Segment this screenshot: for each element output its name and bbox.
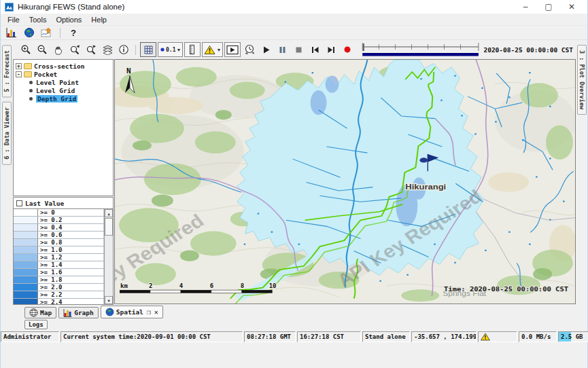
tree-item-cross-section[interactable]: + Cross-section <box>16 62 113 70</box>
map-toolbar: 0.1▼ ▼ <box>12 40 576 59</box>
legend-row[interactable]: >= 0 <box>14 209 104 217</box>
pause-button[interactable] <box>274 43 290 56</box>
tab-forecast[interactable]: 5 : Forecast <box>2 45 12 97</box>
legend-row[interactable]: >= 2.4 <box>14 299 104 304</box>
tab-map[interactable]: Map <box>24 307 56 318</box>
grid-display-button[interactable] <box>140 42 156 57</box>
basemap: Hikurangi Springs Flat API Key Required … <box>115 60 575 303</box>
legend-row[interactable]: >= 2.0 <box>14 284 104 291</box>
legend-row-label: >= 0.4 <box>38 224 104 231</box>
map-display-button[interactable] <box>21 26 37 39</box>
tab-spatial[interactable]: Spatial ❐ ✕ <box>101 306 163 318</box>
toolbar-separator <box>60 28 60 38</box>
menu-bar: File Tools Options Help <box>1 14 587 25</box>
legend-row-label: >= 1.6 <box>38 269 104 276</box>
zoom-in-icon <box>20 44 32 56</box>
play-button[interactable] <box>258 43 274 56</box>
animation-icon <box>226 45 239 55</box>
expander-icon[interactable]: + <box>16 63 22 69</box>
timeseries-dialog-button[interactable] <box>3 26 20 39</box>
menu-tools[interactable]: Tools <box>24 15 52 24</box>
tree-item-depth-grid[interactable]: Depth Grid <box>16 94 113 103</box>
interval-dropdown[interactable]: 0.1▼ <box>158 42 183 57</box>
legend-row[interactable]: >= 0.4 <box>14 224 104 232</box>
main-toolbar: ? <box>1 25 587 40</box>
legend-swatch <box>14 224 38 231</box>
legend-scrollbar[interactable]: ▲ ▼ <box>104 209 113 304</box>
timeline-slider[interactable] <box>361 41 480 58</box>
menu-file[interactable]: File <box>3 15 24 24</box>
legend-row-label: >= 1.4 <box>38 261 104 268</box>
spatial-map-view[interactable]: Hikurangi Springs Flat API Key Required … <box>114 59 576 304</box>
logs-row: Logs <box>12 318 576 331</box>
status-local-time: 16:27:18 CST <box>297 331 361 342</box>
record-button[interactable] <box>339 43 356 56</box>
legend-row[interactable]: >= 1.4 <box>14 261 104 269</box>
scale-tick: 4 <box>179 282 183 289</box>
legend-row[interactable]: >= 0.2 <box>14 217 104 224</box>
legend-row[interactable]: >= 0.8 <box>14 239 104 246</box>
animation-button[interactable] <box>224 42 241 57</box>
zoom-out-button[interactable] <box>34 43 50 56</box>
memory-label: 2.5 GB <box>561 333 583 340</box>
legend-row-label: >= 0 <box>38 209 104 216</box>
pan-button[interactable] <box>50 43 67 56</box>
scroll-thumb[interactable] <box>105 218 113 236</box>
warnings-dropdown[interactable]: ▼ <box>202 42 223 57</box>
last-value-checkbox[interactable] <box>16 200 22 206</box>
legend-row[interactable]: >= 1.8 <box>14 276 104 284</box>
legend-row[interactable]: >= 0.6 <box>14 232 104 239</box>
logs-tab[interactable]: Logs <box>24 320 48 329</box>
run-to-time-button[interactable] <box>241 43 258 56</box>
zoom-next-icon <box>86 44 97 56</box>
map-time-label: Time: 2020-08-25 00:00:00 CST <box>444 285 568 292</box>
legend-swatch <box>14 209 38 216</box>
zoom-in-button[interactable] <box>18 43 34 56</box>
tab-data-viewer[interactable]: 6 : Data Viewer <box>2 102 12 165</box>
tab-close-icon[interactable]: ✕ <box>154 308 158 316</box>
legend-row[interactable]: >= 1.2 <box>14 254 104 261</box>
menu-options[interactable]: Options <box>51 15 86 24</box>
tree-item-label: Cross-section <box>34 62 84 70</box>
maximize-button[interactable]: ▢ <box>537 0 560 14</box>
minimize-button[interactable]: – <box>514 0 537 14</box>
scale-tick: 10 <box>269 282 277 289</box>
spatial-display-button[interactable] <box>39 26 55 39</box>
tab-plot-overview[interactable]: 3 : Plot Overview <box>577 45 587 115</box>
node-bullet-icon <box>29 97 33 100</box>
legend-row[interactable]: >= 1.6 <box>14 269 104 276</box>
tab-restore-icon[interactable]: ❐ <box>147 308 151 316</box>
globe-icon <box>105 308 114 316</box>
clock-icon <box>243 43 256 56</box>
stop-icon <box>294 45 304 55</box>
skip-start-icon <box>310 45 320 55</box>
close-button[interactable]: ✕ <box>560 0 583 14</box>
step-forward-button[interactable] <box>323 43 339 56</box>
zoom-previous-button[interactable] <box>67 43 83 56</box>
tab-graph[interactable]: Graph <box>58 307 99 318</box>
expander-icon[interactable]: - <box>16 71 22 77</box>
menu-help[interactable]: Help <box>86 15 111 24</box>
right-tab-strip: 3 : Plot Overview <box>576 40 587 331</box>
stop-button[interactable] <box>290 43 307 56</box>
node-bullet-icon <box>29 81 33 84</box>
info-button[interactable] <box>116 43 132 56</box>
step-back-button[interactable] <box>307 43 323 56</box>
layers-button[interactable] <box>99 43 116 56</box>
tree-item-level-point[interactable]: Level Point <box>16 78 113 86</box>
layers-icon <box>102 45 114 55</box>
legend-swatch <box>14 299 38 304</box>
legend-row[interactable]: >= 2.2 <box>14 291 104 299</box>
legend-row[interactable]: >= 1.0 <box>14 246 104 254</box>
scroll-down-icon[interactable]: ▼ <box>105 296 113 304</box>
tab-graph-label: Graph <box>74 309 94 316</box>
help-button[interactable]: ? <box>65 26 82 39</box>
profile-button[interactable] <box>184 42 201 57</box>
zoom-next-button[interactable] <box>83 43 99 56</box>
scroll-up-icon[interactable]: ▲ <box>105 209 113 217</box>
status-warning-cell[interactable] <box>478 331 517 342</box>
legend-row-label: >= 0.6 <box>38 232 104 238</box>
tree-item-level-grid[interactable]: Level Grid <box>16 86 113 94</box>
status-system-time: Current system time:2020-09-01 00:00 CST <box>60 331 243 342</box>
tree-item-pocket[interactable]: - Pocket <box>16 70 113 78</box>
